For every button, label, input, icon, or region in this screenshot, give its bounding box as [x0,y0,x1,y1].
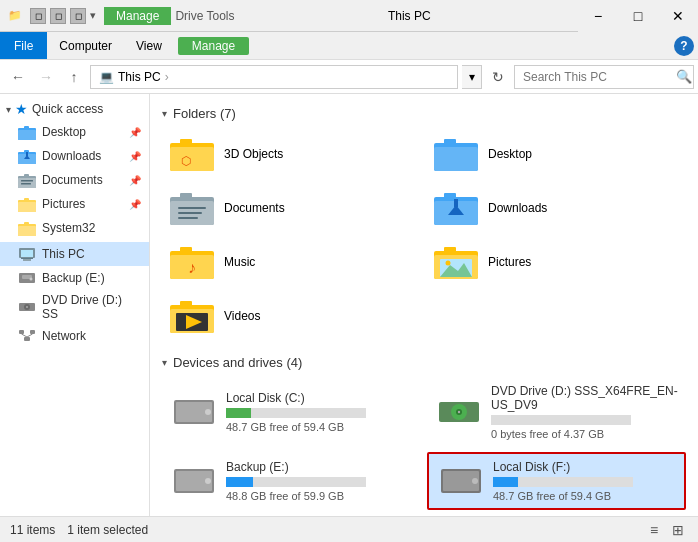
device-backup-e[interactable]: Backup (E:) 48.8 GB free of 59.9 GB [162,452,421,510]
system32-label: System32 [42,221,95,235]
device-dvd-bar-wrap [491,415,631,425]
svg-rect-58 [444,247,456,253]
status-bar: 11 items 1 item selected ≡ ⊞ [0,516,698,542]
svg-point-25 [30,278,33,281]
svg-rect-51 [454,199,458,207]
menu-view[interactable]: View [124,32,174,59]
folder-3d-objects[interactable]: ⬡ 3D Objects [162,129,422,179]
folder-pictures-label: Pictures [488,255,531,269]
this-pc-label: This PC [42,247,85,261]
tb-icon-2[interactable]: ◻ [50,8,66,24]
svg-rect-30 [19,330,24,334]
svg-rect-44 [178,207,206,209]
sidebar-item-network[interactable]: Network [0,324,149,348]
downloads-label: Downloads [42,149,101,163]
folder-downloads[interactable]: Downloads [426,183,686,233]
folder-desktop-label: Desktop [488,147,532,161]
item-selected: 1 item selected [67,523,148,537]
folder-music[interactable]: ♪ Music [162,237,422,287]
pin-icon: 📌 [129,127,141,138]
svg-rect-20 [21,250,33,257]
svg-point-73 [458,411,460,413]
device-f-info: Local Disk (F:) 48.7 GB free of 59.4 GB [493,460,633,502]
svg-rect-36 [180,139,192,145]
device-e-bar-wrap [226,477,366,487]
tb-icon-1[interactable]: ◻ [30,8,46,24]
list-view-button[interactable]: ≡ [644,520,664,540]
svg-rect-29 [24,337,30,341]
sidebar-item-this-pc[interactable]: This PC [0,242,149,266]
sidebar-item-desktop[interactable]: Desktop 📌 [0,120,149,144]
device-dvd-d[interactable]: DVD Drive (D:) SSS_X64FRE_EN-US_DV9 0 by… [427,378,686,446]
folder-downloads-icon [432,187,480,229]
network-icon [18,327,36,345]
manage-tab[interactable]: Manage [104,7,171,25]
folder-downloads-label: Downloads [488,201,547,215]
device-c-bar [226,408,251,418]
up-button[interactable]: ↑ [62,65,86,89]
folder-documents[interactable]: Documents [162,183,422,233]
sidebar-item-backup-e[interactable]: Backup (E:) [0,266,149,290]
help-button[interactable]: ? [674,36,694,56]
device-local-f[interactable]: Local Disk (F:) 48.7 GB free of 59.4 GB [427,452,686,510]
window-title: This PC [241,9,578,23]
refresh-button[interactable]: ↻ [486,65,510,89]
close-button[interactable]: ✕ [658,0,698,32]
folders-chevron: ▾ [162,108,167,119]
network-label: Network [42,329,86,343]
devices-header[interactable]: ▾ Devices and drives (4) [162,355,686,370]
svg-rect-43 [180,193,192,199]
menu-manage[interactable]: Manage [178,37,249,55]
svg-line-33 [27,334,33,337]
folder-pictures[interactable]: Pictures [426,237,686,287]
svg-text:⬡: ⬡ [181,154,191,168]
sidebar-item-pictures[interactable]: Pictures 📌 [0,192,149,216]
forward-button[interactable]: → [34,65,58,89]
sidebar-item-documents[interactable]: Documents 📌 [0,168,149,192]
quick-access-header[interactable]: ▾ ★ Quick access [0,98,149,120]
folders-grid: ⬡ 3D Objects Desktop [162,129,686,341]
menu-computer[interactable]: Computer [47,32,124,59]
device-c-info: Local Disk (C:) 48.7 GB free of 59.4 GB [226,391,366,433]
folder-documents-icon [168,187,216,229]
path-text: This PC [118,70,161,84]
svg-rect-18 [24,222,29,225]
sidebar-quick-access: ▾ ★ Quick access Desktop 📌 Downloads 📌 [0,98,149,240]
svg-rect-31 [30,330,35,334]
sidebar-item-system32[interactable]: System32 [0,216,149,240]
devices-title: Devices and drives (4) [173,355,302,370]
folder-desktop-icon [432,133,480,175]
svg-point-79 [472,478,478,484]
title-bar-icons: 📁 ◻ ◻ ◻ ▾ [0,8,104,24]
menu-bar: File Computer View Manage ? [0,32,698,60]
backup-e-icon [18,269,36,287]
folder-desktop[interactable]: Desktop [426,129,686,179]
address-dropdown[interactable]: ▾ [462,65,482,89]
svg-point-61 [446,261,451,266]
svg-text:♪: ♪ [188,259,196,276]
back-button[interactable]: ← [6,65,30,89]
search-input[interactable] [514,65,694,89]
folder-documents-label: Documents [224,201,285,215]
menu-file[interactable]: File [0,32,47,59]
pin-icon-pic: 📌 [129,199,141,210]
folders-header[interactable]: ▾ Folders (7) [162,106,686,121]
minimize-button[interactable]: − [578,0,618,32]
maximize-button[interactable]: □ [618,0,658,32]
title-bar: 📁 ◻ ◻ ◻ ▾ Manage Drive Tools This PC − □… [0,0,698,32]
folder-videos[interactable]: Videos [162,291,422,341]
sidebar-item-downloads[interactable]: Downloads 📌 [0,144,149,168]
device-e-size: 48.8 GB free of 59.9 GB [226,490,366,502]
grid-view-button[interactable]: ⊞ [668,520,688,540]
svg-rect-7 [26,152,28,156]
folder-3d-label: 3D Objects [224,147,283,161]
svg-rect-11 [21,180,33,182]
address-path[interactable]: 💻 This PC › [90,65,458,89]
svg-rect-15 [24,198,29,201]
tb-icon-3[interactable]: ◻ [70,8,86,24]
window-controls[interactable]: − □ ✕ [578,0,698,32]
documents-label: Documents [42,173,103,187]
device-local-c[interactable]: Local Disk (C:) 48.7 GB free of 59.4 GB [162,378,421,446]
view-controls: ≡ ⊞ [644,520,688,540]
sidebar-item-dvd[interactable]: DVD Drive (D:) SS [0,290,149,324]
